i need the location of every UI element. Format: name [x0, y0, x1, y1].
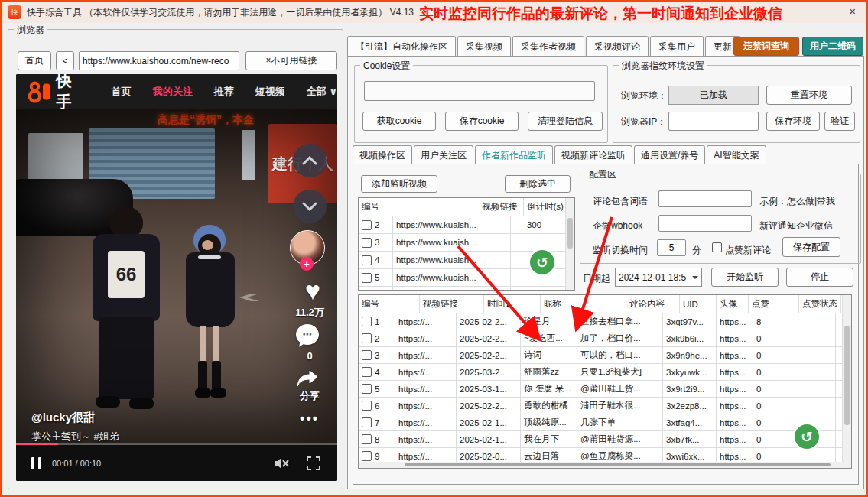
monitor-table-row[interactable]: 2 https://www.kuaish... 300 [359, 216, 574, 234]
get-cookie-button[interactable]: 获取cookie [362, 112, 436, 131]
video-author[interactable]: @lucky很甜 [31, 411, 95, 425]
fullscreen-icon[interactable] [307, 456, 320, 470]
comment-words-input[interactable] [658, 190, 752, 207]
comment-row-id: 2 [375, 334, 379, 343]
comments-header-cell[interactable]: 点赞 [749, 295, 799, 313]
comments-table-hscrollbar[interactable] [359, 462, 843, 468]
cookie-input[interactable] [364, 81, 595, 101]
row-checkbox[interactable] [362, 417, 372, 427]
refresh-comments-icon[interactable]: ↺ [795, 424, 819, 449]
main-tab[interactable]: 采集作者视频 [512, 36, 584, 58]
add-monitor-video-button[interactable]: 添加监听视频 [361, 175, 437, 193]
reset-env-button[interactable]: 重置环境 [766, 86, 852, 105]
scrollbar-thumb[interactable] [844, 326, 850, 425]
monitor-table-scrollbar[interactable] [565, 198, 574, 290]
sub-tab[interactable]: 视频操作区 [353, 145, 412, 166]
sub-tab[interactable]: 视频新评论监听 [554, 145, 632, 166]
verify-button[interactable]: 验证 [824, 112, 855, 131]
comment-row[interactable]: 4 https://... 2025-03-2... 舒雨落zz 只要1.3张[… [359, 364, 851, 381]
main-tab[interactable]: 采集视频 [457, 36, 511, 58]
monitor-table-row[interactable]: 6 https://www.kuaish... [359, 287, 574, 291]
prev-video-button[interactable] [293, 144, 327, 177]
main-tab[interactable]: 采集用户 [650, 36, 704, 58]
row-checkbox[interactable] [362, 317, 372, 326]
stop-button[interactable]: 停止 [786, 268, 853, 287]
pause-icon[interactable] [31, 457, 41, 469]
save-cookie-button[interactable]: 保存cookie [445, 112, 519, 131]
comments-header-cell[interactable]: 昵称 [541, 295, 626, 313]
invalid-link-button[interactable]: ×不可用链接 [245, 51, 337, 70]
comment-row[interactable]: 2 https://... 2025-02-2... ~爱吃西... 加了，档口… [359, 330, 851, 347]
scrollbar-thumb[interactable] [405, 463, 831, 466]
comments-header-cell[interactable]: 评论内容 [626, 295, 680, 313]
comment-row[interactable]: 1 https://... 2025-02-2... 瑜星月 直接去档口拿...… [359, 313, 851, 330]
date-from-picker[interactable]: 2024-12-01 18:5 [615, 268, 702, 287]
row-checkbox[interactable] [362, 220, 372, 230]
webhook-input[interactable] [658, 215, 752, 232]
close-icon[interactable]: × [849, 5, 856, 18]
comment-bubble-icon[interactable]: ⋯ [296, 324, 319, 345]
monitor-header-cell[interactable]: 视频链接 [476, 198, 524, 216]
comments-table-vscrollbar[interactable] [842, 295, 851, 468]
monitor-header-cell[interactable]: 倒计时(s) [524, 198, 567, 216]
banned-words-button[interactable]: 违禁词查询 [733, 37, 799, 56]
more-options-icon[interactable]: ••• [300, 411, 319, 427]
row-checkbox[interactable] [362, 291, 372, 291]
sub-tab[interactable]: AI智能文案 [707, 145, 766, 166]
delete-selected-button[interactable]: 删除选中 [505, 175, 571, 193]
home-button[interactable]: 首页 [18, 51, 51, 70]
main-tab[interactable]: 【引流】自动化操作区 [347, 36, 456, 58]
row-checkbox[interactable] [362, 384, 372, 394]
monitor-table-row[interactable]: 3 https://www.kuaish... [359, 234, 574, 252]
start-listen-button[interactable]: 开始监听 [711, 268, 779, 287]
kuaishou-nav-item[interactable]: 首页 [112, 85, 132, 99]
row-checkbox[interactable] [362, 401, 372, 411]
row-checkbox[interactable] [362, 273, 372, 283]
sub-tab[interactable]: 通用设置/养号 [634, 145, 705, 166]
comment-row[interactable]: 5 https://... 2025-03-1... 你 怎麽 呆... @莆田… [359, 381, 851, 398]
comments-header-cell[interactable]: 点赞状态 [799, 295, 841, 313]
comments-header-cell[interactable]: UID [680, 295, 717, 313]
row-checkbox[interactable] [362, 350, 372, 360]
clear-login-button[interactable]: 清理登陆信息 [528, 112, 603, 131]
switch-time-input[interactable] [657, 239, 686, 256]
row-checkbox[interactable] [362, 451, 372, 461]
url-input[interactable] [79, 51, 239, 70]
comment-row[interactable]: 6 https://... 2025-02-2... 勇敢的柑橘 浦田子鞋水很.… [359, 398, 851, 414]
row-checkbox[interactable] [362, 238, 372, 248]
mute-icon[interactable] [273, 456, 290, 470]
kuaishou-nav-item[interactable]: 全部 ∨ [307, 85, 337, 99]
author-avatar[interactable]: + [290, 230, 325, 265]
monitor-header-cell[interactable]: 编号 [359, 198, 476, 216]
sub-tab[interactable]: 作者新作品监听 [475, 145, 553, 166]
comments-header-cell[interactable]: 视频链接 [420, 295, 484, 313]
comment-row[interactable]: 3 https://... 2025-02-2... 诗词 可以的，档口... … [359, 347, 851, 364]
follow-plus-icon[interactable]: + [300, 257, 314, 271]
like-heart-icon[interactable]: ♥ [305, 278, 320, 304]
comment-row-time: 2025-02-2... [457, 313, 521, 330]
row-checkbox[interactable] [362, 434, 372, 444]
kuaishou-nav-item[interactable]: 短视频 [255, 85, 285, 99]
next-video-button[interactable] [293, 190, 327, 223]
user-qrcode-button[interactable]: 用户二维码 [802, 37, 863, 56]
kuaishou-nav-item[interactable]: 推荐 [214, 85, 234, 99]
save-env-button[interactable]: 保存环境 [766, 112, 820, 131]
main-tab[interactable]: 采视频评论 [586, 36, 649, 58]
share-icon[interactable] [296, 369, 319, 388]
like-new-comment-checkbox[interactable] [712, 242, 722, 252]
save-config-button[interactable]: 保存配置 [782, 237, 840, 257]
refresh-monitor-icon[interactable]: ↺ [530, 250, 554, 274]
browser-ip-input[interactable] [668, 112, 759, 131]
row-checkbox[interactable] [362, 333, 372, 343]
comment-row[interactable]: 8 https://... 2025-02-1... 我在月下 @莆田鞋货源..… [359, 431, 851, 448]
row-checkbox[interactable] [362, 255, 372, 265]
comments-header-cell[interactable]: 编号 [359, 295, 420, 313]
scrollbar-thumb[interactable] [567, 218, 573, 248]
row-checkbox[interactable] [362, 367, 372, 377]
back-button[interactable]: < [56, 51, 74, 70]
comments-header-cell[interactable]: 时间▲ [484, 295, 541, 313]
kuaishou-nav-item[interactable]: 我的关注 [153, 85, 193, 99]
comments-header-cell[interactable]: 头像 [717, 295, 749, 313]
comment-row[interactable]: 7 https://... 2025-02-1... 顶级纯原... 几张下单 … [359, 414, 851, 431]
sub-tab[interactable]: 用户关注区 [414, 145, 473, 166]
